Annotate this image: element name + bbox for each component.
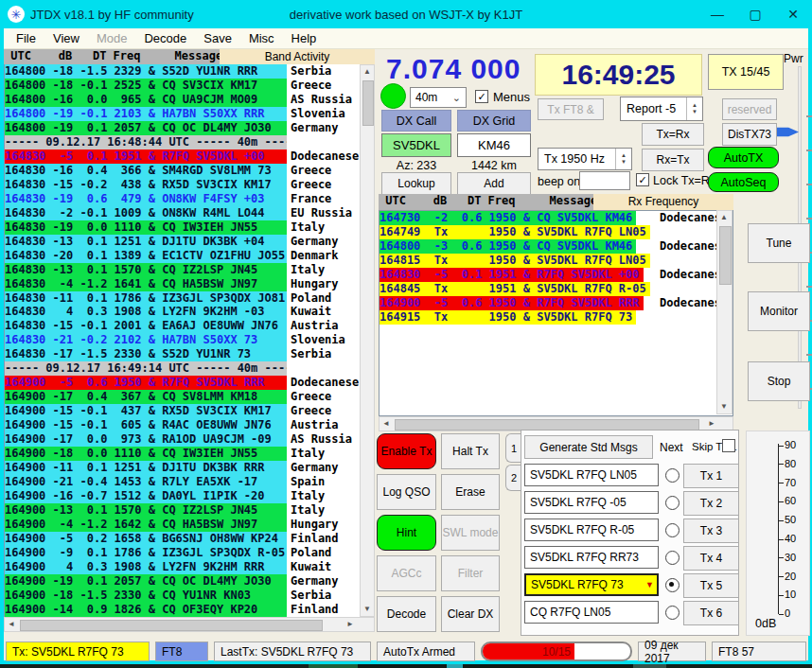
rx-eq-tx-button[interactable]: Rx=Tx xyxy=(642,149,704,171)
table-row[interactable]: 164830 -17 -1.5 2330 & S52D YU1NR 73Serb… xyxy=(5,347,375,361)
stop-button[interactable]: Stop xyxy=(748,361,810,401)
decode-button[interactable]: Decode xyxy=(377,596,436,632)
table-row[interactable]: 164830 -11 0.1 1786 & IZ3GJL SP3QDX JO81… xyxy=(5,291,375,306)
table-row[interactable]: 164900 -17 0.4 367 & CQ SV8LMM KM18Greec… xyxy=(5,390,375,404)
table-row[interactable]: 164730 -2 0.6 1950 & CQ SV5DKL KM46Dodec… xyxy=(380,211,733,225)
table-row[interactable]: 164800 -18 -0.1 2525 & CQ SV3CIX KM17Gre… xyxy=(5,79,375,93)
table-row[interactable]: 164830 -5 0.1 1951 & R7FQ SV5DKL +00Dode… xyxy=(380,268,733,282)
band-activity-hscrollbar[interactable]: ◄ ► xyxy=(4,617,375,632)
scroll-thumb[interactable] xyxy=(362,80,374,126)
tx-message-field[interactable]: CQ R7FQ LN05 xyxy=(524,601,659,624)
table-row[interactable]: 164800 -18 -1.5 2329 & S52D YU1NR RRRSer… xyxy=(5,64,375,79)
enable-tx-button[interactable]: Enable Tx xyxy=(377,433,436,469)
table-row[interactable]: ----- 09.12.17 16:48:44 UTC ----- 40m --… xyxy=(5,135,375,149)
table-row[interactable]: 164830 -21 -0.2 2102 & HA7BN S50XX 73Slo… xyxy=(5,333,375,347)
menu-help[interactable]: Help xyxy=(283,29,326,47)
menu-misc[interactable]: Misc xyxy=(240,29,283,47)
tx-select-radio[interactable] xyxy=(665,606,680,620)
tx-select-radio[interactable] xyxy=(665,551,680,565)
tx-slot-button[interactable]: Tx 6 xyxy=(683,601,739,625)
tx-slot-button[interactable]: Tx 4 xyxy=(683,546,739,571)
dx-call-field[interactable]: SV5DKL xyxy=(381,133,451,157)
minimize-button[interactable]: — xyxy=(698,7,736,22)
scroll-down-icon[interactable]: ▼ xyxy=(361,603,374,616)
table-row[interactable]: 164800 -16 0.0 965 & CQ UA9CJM MO09AS Ru… xyxy=(5,93,375,107)
table-row[interactable]: 164830 -20 0.1 1389 & EC1CTV OZ1FHU JO55… xyxy=(5,249,375,263)
tx-period-button[interactable]: TX 15/45 xyxy=(708,54,784,90)
table-row[interactable]: 164800 -3 0.6 1950 & CQ SV5DKL KM46Dodec… xyxy=(380,239,733,254)
menu-decode[interactable]: Decode xyxy=(135,29,195,47)
table-row[interactable]: 164830 -13 0.1 1570 & CQ IZ2LSP JN45Ital… xyxy=(5,263,375,277)
table-row[interactable]: 164900 -18 0.0 1110 & CQ IW3IEH JN55Ital… xyxy=(5,447,375,461)
table-row[interactable]: 164900 -11 0.1 1251 & DJ1TU DK3BK RRRGer… xyxy=(5,461,375,475)
menus-checkbox[interactable]: ✓ xyxy=(475,90,488,103)
add-button[interactable]: Add xyxy=(457,172,531,195)
tab-messages-1[interactable]: 1 xyxy=(505,433,521,463)
table-row[interactable]: 164900 4 0.3 1908 & LY2FN 9K2HM RRRKuwai… xyxy=(5,560,375,574)
tx-slot-button[interactable]: Tx 1 xyxy=(683,464,739,488)
tx-slot-button[interactable]: Tx 3 xyxy=(683,519,739,543)
table-row[interactable]: 164900 -5 0.6 1950 & R7FQ SV5DKL RRRDode… xyxy=(5,376,375,390)
table-row[interactable]: 164815 Tx 1950 & SV5DKL R7FQ LN05 xyxy=(380,254,733,268)
monitor-button[interactable]: Monitor xyxy=(748,291,810,331)
table-row[interactable]: 164830 -16 0.4 366 & SM4RGD SV8LMM 73Gre… xyxy=(5,164,375,178)
table-row[interactable]: 164830 -15 -0.1 2001 & EA6AJ OE8UWW JN76… xyxy=(5,319,375,333)
clear-dx-button[interactable]: Clear DX xyxy=(441,596,500,632)
menu-view[interactable]: View xyxy=(44,29,88,47)
hint-button[interactable]: Hint xyxy=(377,515,436,551)
tx-message-field[interactable]: SV5DKL R7FQ LN05 xyxy=(524,464,659,486)
erase-button[interactable]: Erase xyxy=(441,474,500,510)
table-row[interactable]: 164749 Tx 1950 & SV5DKL R7FQ LN05 xyxy=(380,225,733,239)
table-row[interactable]: 164830 -2 -0.1 1009 & ON8KW R4ML LO44EU … xyxy=(5,206,375,220)
tx-message-combo[interactable]: SV5DKL R7FQ 73▼ xyxy=(524,573,659,596)
autoseq-button[interactable]: AutoSeq xyxy=(708,172,779,192)
generate-std-msgs-button[interactable]: Generate Std Msgs xyxy=(524,435,653,459)
table-row[interactable]: 164900 -4 -1.2 1642 & CQ HA5BSW JN97Hung… xyxy=(5,518,375,532)
table-row[interactable]: 164900 -17 0.0 973 & RA1OD UA9CJM -09AS … xyxy=(5,432,375,447)
tx-message-field[interactable]: SV5DKL R7FQ RR73 xyxy=(524,546,659,569)
table-row[interactable]: 164830 -19 0.6 479 & ON8KW F4FSY +03Fran… xyxy=(5,192,375,206)
close-button[interactable]: ✕ xyxy=(774,7,812,22)
combo-arrow-icon[interactable]: ▼ xyxy=(643,580,657,589)
pwr-slider-handle[interactable] xyxy=(776,125,799,139)
table-row[interactable]: ----- 09.12.17 16:49:14 UTC ----- 40m --… xyxy=(5,361,375,376)
table-row[interactable]: 164830 -5 0.1 1951 & R7FQ SV5DKL +00Dode… xyxy=(5,149,375,164)
tab-messages-2[interactable]: 2 xyxy=(505,465,521,491)
table-row[interactable]: 164830 4 0.3 1908 & LY2FN 9K2HM -03Kuwai… xyxy=(5,305,375,319)
table-row[interactable]: 164900 -18 -1.5 2330 & CQ YU1NR KN03Serb… xyxy=(5,589,375,603)
table-row[interactable]: 164900 -15 -0.1 437 & RX5D SV3CIX KM17Gr… xyxy=(5,404,375,418)
autotx-button[interactable]: AutoTX xyxy=(708,147,779,168)
table-row[interactable]: 164830 -19 0.0 1110 & CQ IW3IEH JN55Ital… xyxy=(5,220,375,235)
scroll-down-icon[interactable]: ▼ xyxy=(717,400,731,413)
table-row[interactable]: 164900 -16 -0.7 1512 & DA0YL I1PIK -20It… xyxy=(5,489,375,503)
table-row[interactable]: 164900 -15 -0.1 605 & R4AC OE8UWW JN76Au… xyxy=(5,418,375,432)
table-row[interactable]: 164800 -19 0.1 2057 & CQ OC DL4MY JO30Ge… xyxy=(5,121,375,135)
table-row[interactable]: 164900 -5 0.6 1950 & R7FQ SV5DKL RRRDode… xyxy=(380,296,733,310)
tx-select-radio[interactable] xyxy=(665,578,680,592)
band-activity-vscrollbar[interactable]: ▲ ▼ xyxy=(360,64,375,617)
table-row[interactable]: 164900 -5 0.2 1658 & BG6SNJ OH8WW KP24Fi… xyxy=(5,532,375,546)
distx73-button[interactable]: DisTX73 xyxy=(722,123,777,146)
table-row[interactable]: 164845 Tx 1951 & SV5DKL R7FQ R-05 xyxy=(380,282,733,296)
tune-button[interactable]: Tune xyxy=(748,223,810,263)
table-row[interactable]: 164900 -19 0.1 2057 & CQ OC DL4MY JO30Ge… xyxy=(5,574,375,589)
log-qso-button[interactable]: Log QSO xyxy=(377,474,436,510)
halt-tx-button[interactable]: Halt Tx xyxy=(441,433,500,469)
table-row[interactable]: 164830 -15 -0.2 438 & RX5D SV3CIX KM17Gr… xyxy=(5,178,375,192)
table-row[interactable]: 164915 Tx 1950 & SV5DKL R7FQ 73 xyxy=(380,310,733,325)
maximize-button[interactable]: ▢ xyxy=(736,7,774,22)
table-row[interactable]: 164830 -4 -1.2 1641 & CQ HA5BSW JN97Hung… xyxy=(5,277,375,291)
rx-frequency-vscrollbar[interactable]: ▲ ▼ xyxy=(716,210,733,414)
scroll-thumb[interactable] xyxy=(719,226,732,285)
table-row[interactable]: 164800 -19 -0.1 2103 & HA7BN S50XX RRRSl… xyxy=(5,107,375,121)
tx-select-radio[interactable] xyxy=(665,523,680,537)
skip-tx1-checkbox[interactable] xyxy=(722,439,735,452)
tx-select-radio[interactable] xyxy=(665,468,680,483)
dx-grid-field[interactable]: KM46 xyxy=(457,133,531,157)
tx-slot-button[interactable]: Tx 2 xyxy=(683,491,739,516)
scroll-left-icon[interactable]: ◄ xyxy=(5,618,18,631)
table-row[interactable]: 164900 -13 0.1 1570 & CQ IZ2LSP JN45Ital… xyxy=(5,503,375,518)
scroll-up-icon[interactable]: ▲ xyxy=(717,211,731,224)
spinner-arrows-icon[interactable]: ▲▼ xyxy=(686,97,702,120)
beep-input[interactable] xyxy=(579,171,630,190)
